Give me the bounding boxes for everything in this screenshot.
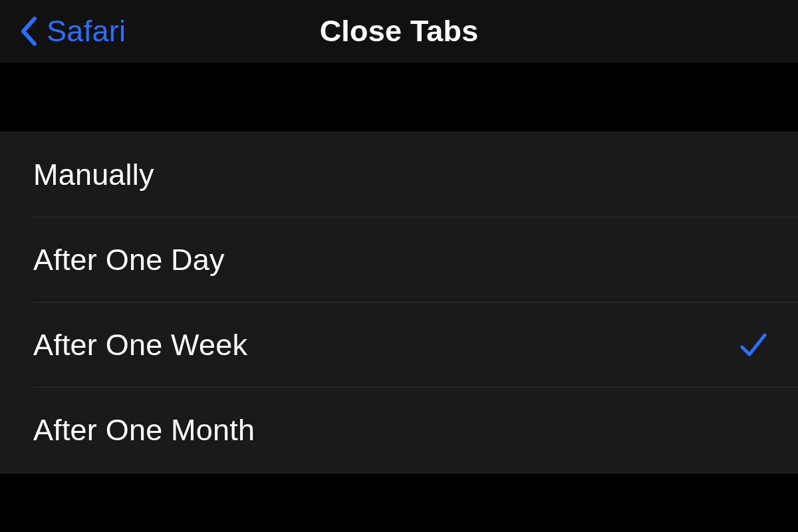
page-title: Close Tabs: [320, 14, 479, 49]
back-label: Safari: [47, 14, 126, 49]
checkmark-icon: [738, 330, 769, 360]
option-label: Manually: [33, 158, 154, 192]
option-after-one-day[interactable]: After One Day: [0, 217, 798, 303]
bottom-spacer: [0, 473, 798, 532]
close-tabs-options: Manually After One Day After One Week Af…: [0, 132, 798, 473]
option-label: After One Month: [33, 413, 255, 448]
back-button[interactable]: Safari: [20, 14, 126, 49]
option-after-one-week[interactable]: After One Week: [0, 303, 798, 388]
option-label: After One Day: [33, 243, 225, 277]
option-label: After One Week: [33, 328, 247, 362]
section-spacer: [0, 63, 798, 132]
nav-bar: Safari Close Tabs: [0, 0, 798, 63]
chevron-left-icon: [20, 17, 37, 46]
option-manually[interactable]: Manually: [0, 132, 798, 217]
option-after-one-month[interactable]: After One Month: [0, 388, 798, 473]
